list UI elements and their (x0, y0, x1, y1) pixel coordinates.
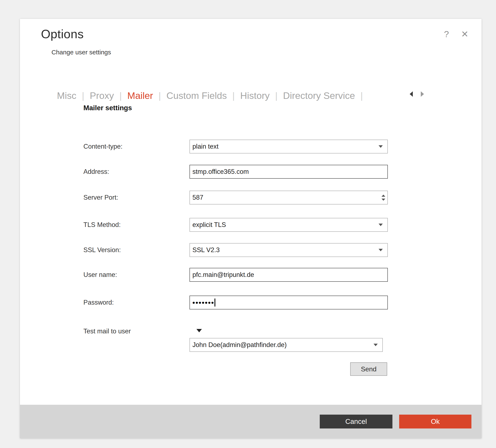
content-type-label: Content-type: (83, 140, 123, 153)
spin-up-icon[interactable] (382, 194, 385, 197)
server-port-value: 587 (192, 194, 203, 201)
options-dialog: Options ? ✕ Change user settings MiscPro… (20, 19, 481, 438)
tls-method-dropdown[interactable]: explicit TLS (189, 218, 388, 232)
tab-misc[interactable]: Misc (57, 90, 84, 101)
ssl-version-dropdown[interactable]: SSL V2.3 (189, 243, 388, 257)
send-button[interactable]: Send (350, 362, 387, 376)
dialog-title: Options (41, 27, 84, 41)
row-user-name: User name: (83, 268, 390, 282)
dialog-subtitle: Change user settings (51, 49, 111, 56)
content-type-dropdown[interactable]: plain text (189, 140, 388, 153)
text-cursor (215, 299, 215, 307)
tabs-scroll-left-icon[interactable] (410, 91, 413, 97)
tabs-scroll-right-icon[interactable] (421, 91, 424, 97)
test-mail-user-dropdown[interactable]: John Doe(admin@pathfinder.de) (189, 338, 383, 352)
test-mail-label: Test mail to user (83, 324, 131, 338)
ssl-version-label: SSL Version: (83, 243, 121, 257)
address-label: Address: (83, 165, 109, 179)
tab-directory-service[interactable]: Directory Service (283, 90, 363, 101)
row-content-type: Content-type: plain text (83, 140, 390, 153)
tls-method-value: explicit TLS (192, 221, 226, 229)
tls-method-label: TLS Method: (83, 218, 121, 232)
cancel-button[interactable]: Cancel (320, 415, 392, 429)
user-name-input[interactable] (189, 268, 388, 282)
ok-button[interactable]: Ok (399, 415, 471, 429)
spinner-icons (382, 191, 385, 204)
row-ssl-version: SSL Version: SSL V2.3 (83, 243, 390, 257)
tab-history[interactable]: History (240, 90, 278, 101)
chevron-down-icon (379, 224, 383, 226)
server-port-stepper[interactable]: 587 (189, 191, 388, 205)
address-input[interactable] (189, 165, 388, 179)
tab-proxy[interactable]: Proxy (90, 90, 122, 101)
test-mail-dropdown-icon[interactable] (196, 329, 202, 332)
test-mail-user-value: John Doe(admin@pathfinder.de) (192, 341, 287, 349)
help-icon[interactable]: ? (444, 30, 449, 39)
password-input[interactable]: ••••••• (189, 296, 388, 309)
tab-custom-fields[interactable]: Custom Fields (166, 90, 235, 101)
ssl-version-value: SSL V2.3 (192, 246, 220, 254)
password-masked-value: ••••••• (192, 299, 214, 307)
content-type-value: plain text (192, 143, 218, 150)
row-password: Password: ••••••• (83, 296, 390, 309)
chevron-down-icon (379, 249, 383, 251)
row-server-port: Server Port: 587 (83, 191, 390, 205)
password-label: Password: (83, 296, 114, 309)
dialog-footer: Cancel Ok (20, 405, 481, 438)
spin-down-icon[interactable] (382, 199, 385, 201)
row-test-mail-user: John Doe(admin@pathfinder.de) (83, 338, 390, 352)
row-tls-method: TLS Method: explicit TLS (83, 218, 390, 232)
tab-mailer[interactable]: Mailer (127, 90, 161, 101)
chevron-down-icon (373, 344, 378, 346)
row-test-mail: Test mail to user (83, 324, 390, 338)
tabbar: MiscProxyMailerCustom FieldsHistoryDirec… (57, 90, 368, 104)
row-address: Address: (83, 165, 390, 179)
server-port-label: Server Port: (83, 191, 118, 205)
close-icon[interactable]: ✕ (461, 30, 468, 39)
chevron-down-icon (379, 145, 383, 148)
user-name-label: User name: (83, 268, 117, 282)
section-heading: Mailer settings (83, 104, 132, 112)
